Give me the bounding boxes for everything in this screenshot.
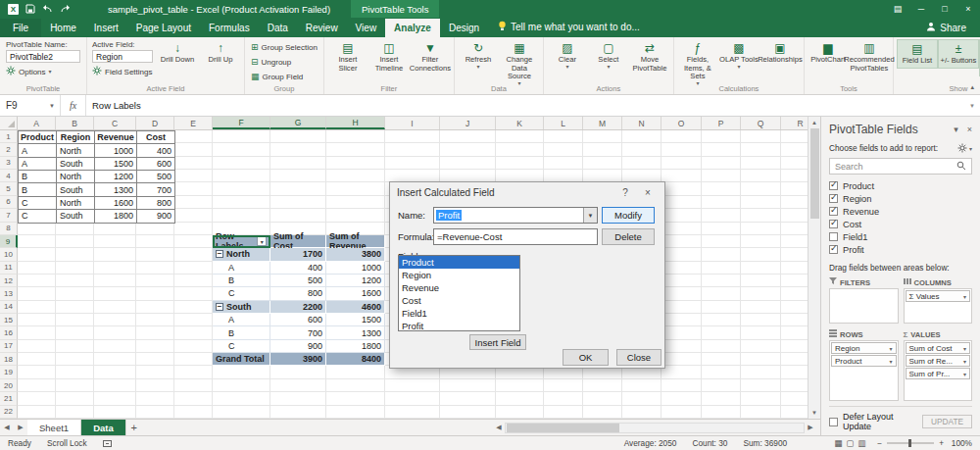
cell-E14[interactable] <box>174 301 213 314</box>
field-settings-button[interactable]: Field Settings <box>92 66 153 77</box>
cell-M21[interactable] <box>583 392 622 405</box>
cell-C18[interactable] <box>94 353 136 366</box>
area-box-columns[interactable]: Σ Values▾ <box>904 288 973 324</box>
cell-B16[interactable] <box>56 326 94 339</box>
cell-J3[interactable] <box>440 157 496 170</box>
pivot-value[interactable]: 700 <box>270 326 326 339</box>
cell-G4[interactable] <box>270 170 326 182</box>
cell-N22[interactable] <box>622 406 662 419</box>
cell-R12[interactable] <box>781 275 808 287</box>
cell-B8[interactable] <box>56 223 94 235</box>
dialog-field-profit[interactable]: Profit <box>399 320 519 331</box>
cell-F21[interactable] <box>213 392 270 405</box>
drill-down-button[interactable]: ↓ Drill Down <box>157 39 198 78</box>
cell-A2[interactable]: A <box>19 144 57 157</box>
cell-M3[interactable] <box>583 157 622 170</box>
cell-R16[interactable] <box>781 326 808 339</box>
cell-B22[interactable] <box>56 406 94 419</box>
cell-D6[interactable]: 800 <box>137 197 175 210</box>
cell-F20[interactable] <box>213 379 270 392</box>
cell-G5[interactable] <box>270 182 326 195</box>
cell-I2[interactable] <box>385 143 440 156</box>
drill-up-button[interactable]: ↑ Drill Up <box>200 39 241 78</box>
cell-A18[interactable] <box>18 353 56 366</box>
delete-button[interactable]: Delete <box>602 228 655 245</box>
cell-A15[interactable] <box>18 314 56 326</box>
checkbox-field1[interactable] <box>829 232 838 241</box>
cell-Q3[interactable] <box>741 157 781 170</box>
cell-E10[interactable] <box>174 248 213 261</box>
tab-data[interactable]: Data <box>259 19 297 37</box>
tab-analyze[interactable]: Analyze <box>385 19 440 37</box>
cell-A21[interactable] <box>18 392 56 405</box>
cell-M22[interactable] <box>583 406 622 419</box>
cell-C15[interactable] <box>94 314 136 326</box>
cell-Q14[interactable] <box>741 301 781 314</box>
tab-formulas[interactable]: Formulas <box>200 19 259 37</box>
new-sheet-button[interactable]: + <box>126 420 142 435</box>
cell-F6[interactable] <box>213 196 270 209</box>
cell-R2[interactable] <box>781 143 808 156</box>
cell-I3[interactable] <box>385 157 440 170</box>
cell-H7[interactable] <box>326 209 385 222</box>
redo-icon[interactable] <box>60 5 71 13</box>
cell-A4[interactable]: B <box>19 171 57 183</box>
cell-R17[interactable] <box>781 340 808 353</box>
cell-B13[interactable] <box>56 287 94 300</box>
cell-P5[interactable] <box>702 182 741 195</box>
cell-E12[interactable] <box>174 275 213 287</box>
cell-J22[interactable] <box>440 406 496 419</box>
undo-icon[interactable] <box>42 5 53 13</box>
row-header-14[interactable]: 14 <box>0 301 18 314</box>
cell-D18[interactable] <box>136 353 174 366</box>
scroll-down-icon[interactable]: ▼ <box>808 407 821 419</box>
scroll-right-icon[interactable]: ▶ <box>805 424 816 431</box>
formula-input[interactable]: Row Labels <box>86 95 964 116</box>
cell-B17[interactable] <box>56 340 94 353</box>
name-box[interactable]: F9 ▼ <box>0 95 61 116</box>
active-field-input[interactable]: Region <box>92 50 153 63</box>
dialog-field-region[interactable]: Region <box>399 269 519 281</box>
dialog-field-product[interactable]: Product <box>399 256 519 269</box>
button-olap-tools[interactable]: ▩OLAP Tools▾ <box>718 39 760 72</box>
button-move-pivottable[interactable]: ⇄Move PivotTable <box>629 39 670 75</box>
button-insert-timeline[interactable]: ◫Insert Timeline <box>368 39 410 75</box>
pivot-value[interactable]: 8400 <box>326 353 385 366</box>
field-item-product[interactable]: Product <box>829 179 972 192</box>
cell-R5[interactable] <box>781 182 808 195</box>
cell-J20[interactable] <box>440 379 496 392</box>
pane-tools-button[interactable]: ▾ <box>957 143 972 153</box>
cell-N21[interactable] <box>622 392 662 405</box>
cell-G2[interactable] <box>270 143 326 156</box>
cell-P21[interactable] <box>702 392 741 405</box>
cell-G7[interactable] <box>270 209 326 222</box>
pivot-value[interactable]: 3800 <box>326 248 385 261</box>
cell-F19[interactable] <box>213 366 270 378</box>
cell-Q20[interactable] <box>741 379 781 392</box>
row-header-18[interactable]: 18 <box>0 353 18 366</box>
pivot-row-label-b[interactable]: B <box>213 326 270 339</box>
pivot-header-sum-of-revenue[interactable]: Sum of Revenue <box>326 235 385 248</box>
cell-L20[interactable] <box>544 379 583 392</box>
cell-A1[interactable]: Product <box>19 131 57 144</box>
pivot-value[interactable]: 1800 <box>326 340 385 353</box>
cell-E16[interactable] <box>174 326 213 339</box>
dialog-fields-list[interactable]: ProductRegionRevenueCostField1Profit <box>398 255 520 331</box>
cell-P15[interactable] <box>702 314 741 326</box>
cell-A16[interactable] <box>18 326 56 339</box>
cell-B4[interactable]: North <box>57 171 95 183</box>
checkbox-profit[interactable] <box>829 245 838 254</box>
tab-review[interactable]: Review <box>297 19 347 37</box>
cell-C2[interactable]: 1000 <box>95 144 137 157</box>
collapse-icon[interactable]: − <box>216 303 223 311</box>
cell-D2[interactable]: 400 <box>137 144 175 157</box>
pivot-value[interactable]: 800 <box>270 287 326 300</box>
cell-Q9[interactable] <box>741 235 781 248</box>
cell-D4[interactable]: 500 <box>137 171 175 183</box>
checkbox-product[interactable] <box>829 181 838 190</box>
button-filter-connections[interactable]: ▼Filter Connections <box>410 39 451 75</box>
cell-P20[interactable] <box>702 379 741 392</box>
cell-D21[interactable] <box>136 392 174 405</box>
column-header-C[interactable]: C <box>94 117 136 129</box>
cell-Q6[interactable] <box>741 196 781 209</box>
